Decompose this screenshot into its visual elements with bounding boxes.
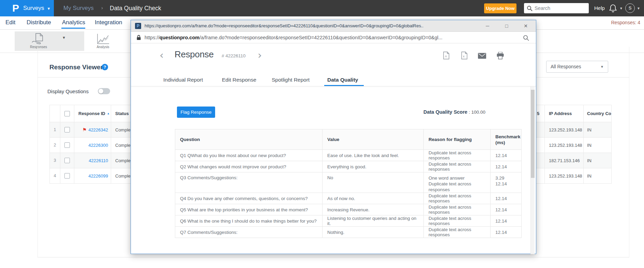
scrollbar-thumb[interactable] [531,90,535,178]
column-benchmark: Benchmark (ms) [491,129,522,150]
column-reason: Reason for flagging [424,129,491,150]
global-search [524,3,589,13]
tab-data-quality[interactable]: Data Quality [327,75,358,86]
analysis-chart-icon[interactable] [96,33,110,45]
select-all-column-header [60,105,74,122]
toolbar-responses-selected[interactable] [15,31,84,51]
benchmark-cell: 12.14 [491,161,522,172]
avatar[interactable]: S [625,3,635,13]
export-excel-icon[interactable]: x [461,52,468,60]
top-bar: P Surveys ▼ My Surveys › Data Quality Ch… [0,0,644,16]
search-icon [527,5,533,11]
reason-cell: One word answer Duplicate text across re… [424,172,491,193]
svg-text:x: x [463,55,465,58]
country-cell: IN [584,138,612,153]
nav-item-integration[interactable]: Integration [95,16,122,29]
maximize-button[interactable]: □ [503,20,510,32]
tab-individual-report[interactable]: Individual Report [163,75,203,86]
column-ip-address[interactable]: IP Address [545,105,584,122]
display-questions-label: Display Questions [47,88,89,94]
breadcrumb-my-surveys[interactable]: My Surveys [63,0,94,16]
zoom-icon[interactable] [523,35,529,41]
row-checkbox[interactable] [64,142,70,148]
question-cell: Q7 Comments/Suggestions: [175,227,323,238]
previous-response-icon[interactable]: ‹ [160,50,164,60]
avatar-caret-icon[interactable]: ▼ [637,0,640,16]
response-id-link[interactable]: 42226110 [89,158,108,163]
table-row: Q4 Do you have any other comments, quest… [175,193,522,204]
benchmark-cell: 12.14 [491,215,522,227]
value-cell: Increasing Revenue. [323,204,424,215]
all-responses-dropdown[interactable]: All Responses ▼ [546,61,608,73]
data-quality-score: Data Quality Score : 100.00 [423,109,485,115]
help-link[interactable]: Help [594,0,605,16]
country-cell: IN [584,122,612,138]
row-number: 1 [50,122,60,138]
minimize-button[interactable]: ─ [484,20,491,32]
question-cell: Q5 What are the top priorities in your b… [175,204,323,215]
question-cell: Q2 What changes would most improve our p… [175,161,323,172]
close-button[interactable]: ✕ [522,20,529,32]
nav-item-edit[interactable]: Edit [5,16,15,29]
sort-asc-icon[interactable]: ▲ [107,112,110,115]
question-cell: Q3 Comments/Suggestions: [175,172,323,193]
surveys-menu[interactable]: P Surveys ▼ [0,0,54,16]
svg-text:A: A [445,55,447,58]
search-input[interactable] [535,5,582,11]
chevron-down-icon: ▼ [47,6,50,11]
responses-count[interactable]: Responses: 4 [611,16,640,29]
country-cell: IN [584,168,612,184]
address-url[interactable]: https://questionpro.com/a/frame.do?mode=… [145,32,520,43]
response-id-label: # 42226110 [222,53,245,58]
select-all-checkbox[interactable] [64,111,70,116]
toggle-knob [99,89,103,94]
column-question: Question [175,129,323,150]
table-header-row: Question Value Reason for flagging Bench… [175,129,522,150]
row-checkbox[interactable] [64,158,70,163]
benchmark-cell: 12.14 [491,150,522,161]
response-id-link[interactable]: 42226342 [88,127,108,132]
table-row: Q1 QWhat do you like most about our new … [175,150,522,161]
email-icon[interactable] [478,53,486,59]
response-id-link[interactable]: 42226099 [88,173,108,179]
tab-edit-response[interactable]: Edit Response [222,75,256,86]
row-checkbox[interactable] [64,127,70,132]
ip-cell: 182.71.153.146 [545,153,584,168]
flag-response-button[interactable]: Flag Response [177,107,215,118]
toolbar-analysis-label: Analysis [94,45,112,49]
reason-cell: Duplicate text across responses [424,161,491,172]
tab-spotlight-report[interactable]: Spotlight Report [272,75,310,86]
nav-item-distribute[interactable]: Distribute [27,16,51,29]
breadcrumb-separator-icon: › [101,0,103,16]
value-cell: Listening to customer queries and acting… [323,215,424,227]
notifications-bell-icon[interactable] [609,4,617,14]
reason-cell: Duplicate text across responses [424,227,491,238]
value-cell: Ease of use. Like the look and feel. [323,150,424,161]
score-label: Data Quality Score [423,109,467,115]
column-country[interactable]: Country Co [584,105,612,122]
response-title: Response [175,49,214,60]
score-value: : 100.00 [469,110,485,115]
row-checkbox[interactable] [64,173,70,179]
page-title: Response Viewer [49,64,103,71]
reason-cell: Duplicate text across responses [424,215,491,227]
benchmark-cell: 3.29 12.14 [491,172,522,193]
responses-dropdown-caret-icon[interactable]: ▼ [62,36,66,40]
questionpro-logo-icon: P [12,3,19,13]
reason-cell: Duplicate text across responses [424,150,491,161]
toolbar-responses-label: Responses [29,45,48,49]
popup-title-url: https://questionpro.com/a/frame.do?mode=… [145,20,482,32]
export-pdf-icon[interactable]: A [443,52,450,60]
next-response-icon[interactable]: › [258,50,262,60]
column-response-id[interactable]: Response ID▲ [74,105,111,122]
display-questions-toggle[interactable] [98,88,110,94]
help-bubble-icon[interactable]: ? [102,64,108,70]
upgrade-now-button[interactable]: Upgrade Now [484,3,516,13]
reason-cell: Duplicate text across responses [424,193,491,204]
bell-caret-icon[interactable]: ▼ [619,0,623,16]
print-icon[interactable] [496,52,504,59]
response-id-link[interactable]: 42226300 [88,143,108,148]
data-quality-table: Question Value Reason for flagging Bench… [175,129,522,238]
filter-value: All Responses [551,64,581,69]
reason-cell: Duplicate text across responses [424,204,491,215]
